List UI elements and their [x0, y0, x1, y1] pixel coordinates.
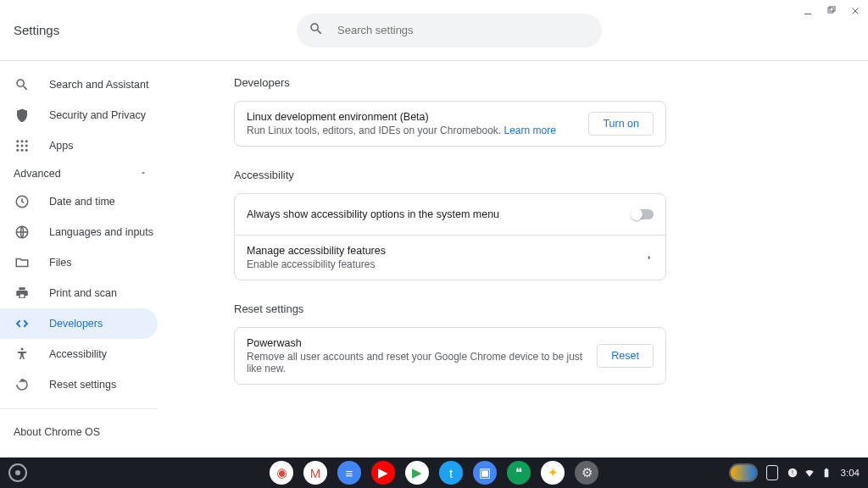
powerwash-description: Remove all user accounts and reset your … [247, 351, 597, 374]
svg-rect-2 [830, 6, 835, 11]
sidebar-item-date-time[interactable]: Date and time [0, 186, 158, 217]
sidebar-item-label: Accessibility [49, 348, 107, 360]
section-title-reset: Reset settings [234, 302, 868, 315]
dock-icon-chrome[interactable]: ◉ [270, 461, 293, 485]
sidebar-item-languages[interactable]: Languages and inputs [0, 217, 158, 247]
card-linux-environment: Linux development environment (Beta) Run… [234, 101, 666, 147]
clock-icon [14, 193, 31, 210]
linux-title: Linux development environment (Beta) [247, 111, 556, 123]
sidebar-item-security[interactable]: Security and Privacy [0, 100, 158, 130]
chevron-right-icon [645, 252, 654, 264]
dock-icon-hangouts[interactable]: ❝ [507, 461, 531, 485]
turn-on-button[interactable]: Turn on [588, 112, 654, 136]
dock-icon-photos[interactable]: ✦ [541, 461, 565, 485]
svg-point-5 [25, 140, 28, 142]
chevron-up-icon [139, 168, 147, 180]
sidebar-advanced-toggle[interactable]: Advanced [0, 161, 166, 186]
sidebar-item-search-assistant[interactable]: Search and Assistant [0, 69, 158, 100]
shield-icon [14, 107, 31, 124]
sidebar-item-label: Apps [49, 140, 74, 152]
globe-icon [14, 224, 31, 241]
status-icons-group[interactable]: ! [787, 467, 832, 479]
clock: 3:04 [841, 468, 860, 478]
search-icon [14, 76, 31, 93]
sidebar-item-accessibility[interactable]: Accessibility [0, 339, 158, 369]
reset-icon [14, 376, 31, 393]
user-avatar[interactable] [729, 463, 758, 482]
accessibility-icon [14, 346, 31, 363]
svg-point-11 [25, 149, 28, 152]
search-input[interactable] [337, 24, 590, 36]
wifi-icon [804, 467, 815, 479]
always-show-toggle[interactable] [632, 209, 654, 219]
card-accessibility: Always show accessibility options in the… [234, 193, 666, 280]
sidebar-item-files[interactable]: Files [0, 247, 158, 278]
window-close-button[interactable] [849, 5, 861, 17]
svg-rect-18 [825, 469, 826, 469]
main-content: Developers Linux development environment… [166, 61, 868, 458]
sidebar-item-apps[interactable]: Apps [0, 130, 158, 161]
svg-text:!: ! [792, 469, 793, 475]
card-reset-settings: Powerwash Remove all user accounts and r… [234, 327, 666, 385]
window-maximize-button[interactable] [826, 5, 837, 17]
folder-icon [14, 254, 31, 271]
row-linux-environment: Linux development environment (Beta) Run… [235, 102, 665, 146]
sidebar-divider [0, 408, 158, 409]
reset-button[interactable]: Reset [597, 344, 654, 368]
dock-icon-youtube[interactable]: ▶ [371, 461, 395, 485]
dock-icon-gmail[interactable]: M [303, 461, 327, 485]
row-powerwash: Powerwash Remove all user accounts and r… [235, 328, 665, 384]
search-icon [309, 21, 324, 39]
manage-title: Manage accessibility features [247, 245, 386, 257]
app-header: Settings [0, 0, 868, 61]
powerwash-title: Powerwash [247, 337, 597, 349]
apps-grid-icon [14, 137, 31, 154]
svg-point-6 [16, 145, 19, 147]
window-minimize-button[interactable] [802, 5, 814, 17]
dock-icon-docs[interactable]: ≡ [337, 461, 361, 485]
row-manage-accessibility[interactable]: Manage accessibility features Enable acc… [235, 235, 665, 280]
row-always-show-accessibility[interactable]: Always show accessibility options in the… [235, 194, 665, 235]
svg-point-4 [21, 140, 24, 142]
launcher-button[interactable] [8, 463, 27, 482]
phone-hub-icon[interactable] [766, 465, 778, 480]
sidebar-item-label: Date and time [49, 196, 115, 208]
sidebar-item-label: Security and Privacy [49, 109, 146, 121]
page-title: Settings [14, 23, 297, 37]
svg-point-7 [21, 145, 24, 147]
taskbar: ◉M≡▶▶t▣❝✦⚙ ! 3:04 [0, 458, 868, 488]
sidebar-item-label: Reset settings [49, 379, 116, 391]
notification-icon: ! [787, 467, 798, 479]
section-title-developers: Developers [234, 76, 868, 89]
svg-point-8 [25, 145, 28, 147]
sidebar-item-label: Print and scan [49, 287, 117, 299]
code-icon [14, 315, 31, 332]
sidebar: Search and Assistant Security and Privac… [0, 61, 166, 458]
dock-icon-settings[interactable]: ⚙ [575, 461, 598, 485]
svg-point-14 [21, 348, 24, 351]
svg-rect-17 [824, 469, 828, 477]
section-title-accessibility: Accessibility [234, 169, 868, 181]
sidebar-item-label: Languages and inputs [49, 226, 153, 238]
linux-description: Run Linux tools, editors, and IDEs on yo… [247, 125, 556, 136]
svg-point-9 [16, 149, 19, 152]
dock-icon-files[interactable]: ▣ [473, 461, 497, 485]
svg-rect-1 [828, 8, 833, 13]
battery-icon [821, 467, 832, 479]
dock-icon-twitter[interactable]: t [439, 461, 463, 485]
sidebar-item-developers[interactable]: Developers [0, 308, 158, 339]
dock: ◉M≡▶▶t▣❝✦⚙ [270, 461, 598, 485]
always-show-label: Always show accessibility options in the… [247, 208, 499, 220]
dock-icon-play[interactable]: ▶ [405, 461, 429, 485]
sidebar-item-print-scan[interactable]: Print and scan [0, 278, 158, 308]
search-box[interactable] [297, 14, 602, 47]
learn-more-link[interactable]: Learn more [504, 125, 556, 136]
svg-point-3 [16, 140, 19, 142]
sidebar-item-reset[interactable]: Reset settings [0, 369, 158, 400]
status-tray[interactable]: ! 3:04 [729, 458, 860, 488]
printer-icon [14, 285, 31, 302]
sidebar-item-about[interactable]: About Chrome OS [0, 418, 166, 446]
sidebar-item-label: Developers [49, 318, 103, 330]
sidebar-item-label: Search and Assistant [49, 79, 148, 91]
svg-rect-0 [804, 14, 811, 14]
